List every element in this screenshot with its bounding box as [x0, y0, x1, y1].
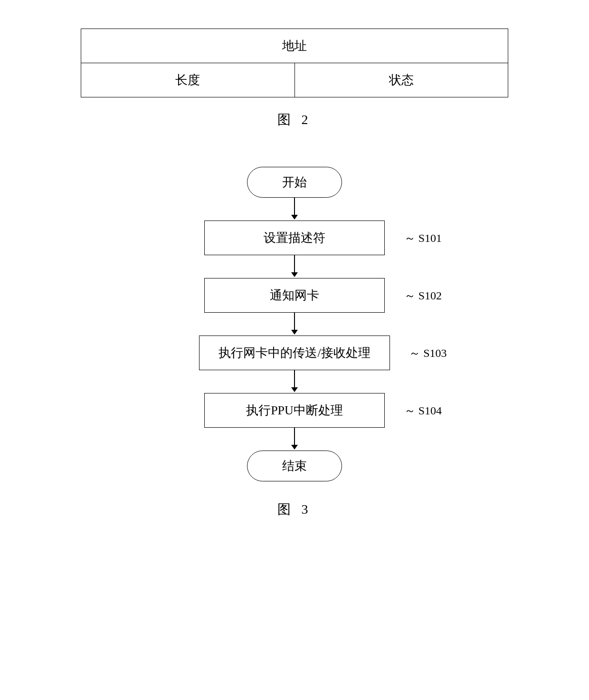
address-cell: 地址: [81, 29, 508, 63]
step-s101-wrapper: 设置描述符 ～ S101: [204, 221, 385, 255]
figure-3-caption: 图 3: [277, 500, 312, 518]
step-s103-box: 执行网卡中的传送/接收处理: [199, 336, 390, 370]
arrow-2: [291, 255, 298, 278]
step-s102-text: 通知网卡: [270, 288, 319, 302]
figure-2-caption: 图 2: [81, 111, 508, 129]
tilde-2: ～: [404, 289, 416, 302]
end-label: 结束: [282, 459, 307, 473]
flow-end: 结束: [247, 451, 342, 481]
step-s101-label: ～ S101: [404, 230, 442, 246]
address-label: 地址: [282, 39, 307, 53]
length-label: 长度: [175, 73, 200, 87]
caption-text: 图 2: [277, 112, 312, 127]
table-row-address: 地址: [81, 29, 508, 63]
length-cell: 长度: [81, 63, 295, 97]
caption-text-3: 图 3: [277, 502, 312, 517]
step-s104-box: 执行PPU中断处理: [204, 393, 385, 428]
figure-2-section: 地址 长度 状态 图 2: [81, 29, 508, 129]
step-s102-box: 通知网卡: [204, 278, 385, 313]
table-row-length-status: 长度 状态: [81, 63, 508, 97]
arrow-4: [291, 370, 298, 393]
arrow-5: [291, 428, 298, 451]
flowchart: 开始 设置描述符 ～ S101 通知网卡 ～ S102: [81, 167, 508, 481]
step-s101-box: 设置描述符: [204, 221, 385, 255]
figure-3-section: 开始 设置描述符 ～ S101 通知网卡 ～ S102: [81, 167, 508, 518]
step-s102-wrapper: 通知网卡 ～ S102: [204, 278, 385, 313]
step-s104-label: ～ S104: [404, 403, 442, 418]
status-label: 状态: [389, 73, 414, 87]
flow-start: 开始: [247, 167, 342, 198]
step-s104-wrapper: 执行PPU中断处理 ～ S104: [204, 393, 385, 428]
step-s104-text: 执行PPU中断处理: [246, 403, 343, 417]
arrow-3: [291, 313, 298, 336]
step-s102-label: ～ S102: [404, 288, 442, 303]
step-s101-text: 设置描述符: [264, 231, 325, 245]
start-label: 开始: [282, 175, 307, 189]
tilde-4: ～: [404, 404, 416, 417]
step-s103-wrapper: 执行网卡中的传送/接收处理 ～ S103: [199, 336, 390, 370]
arrow-1: [291, 198, 298, 221]
status-cell: 状态: [294, 63, 508, 97]
step-s103-text: 执行网卡中的传送/接收处理: [218, 346, 370, 360]
step-s103-label: ～ S103: [409, 345, 446, 361]
tilde-1: ～: [404, 232, 416, 244]
figure-2-table: 地址 长度 状态: [81, 29, 508, 97]
tilde-3: ～: [409, 347, 420, 359]
